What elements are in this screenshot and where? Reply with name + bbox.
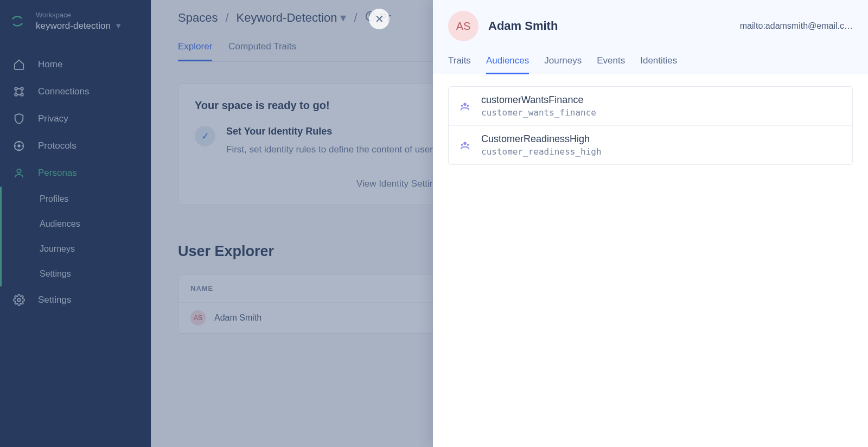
check-icon: ✓ (195, 126, 215, 146)
audience-item[interactable]: customerWantsFinance customer_wants_fina… (449, 87, 852, 126)
svg-point-3 (21, 87, 23, 90)
profile-panel-body: customerWantsFinance customer_wants_fina… (433, 74, 868, 177)
workspace-switcher[interactable]: Workspace keyword-detection ▾ (0, 7, 151, 41)
user-name: Adam Smith (214, 313, 261, 323)
profile-tab-journeys[interactable]: Journeys (544, 55, 582, 74)
profile-avatar: AS (448, 11, 478, 41)
workspace-label: Workspace (36, 11, 121, 19)
sidebar-item-label: Personas (38, 168, 77, 178)
user-avatar: AS (190, 310, 206, 325)
sidebar-item-connections[interactable]: Connections (0, 78, 151, 105)
profile-email: mailto:adamsmith@email.c… (740, 21, 853, 31)
chevron-down-icon: ▾ (340, 11, 346, 25)
breadcrumb-space-label: Keyword-Detection (237, 11, 337, 25)
audience-icon (458, 139, 471, 151)
svg-point-8 (17, 169, 21, 173)
breadcrumb-separator: / (225, 11, 228, 25)
audience-slug: customer_wants_finance (481, 107, 596, 118)
audience-slug: customer_readiness_high (481, 146, 602, 157)
connections-icon (12, 86, 26, 98)
sidebar-item-personas[interactable]: Personas (0, 159, 151, 187)
sidebar-item-home[interactable]: Home (0, 51, 151, 78)
subnav-profiles[interactable]: Profiles (2, 187, 151, 212)
breadcrumb-space-name[interactable]: Keyword-Detection ▾ (237, 11, 347, 25)
breadcrumb-spaces[interactable]: Spaces (178, 11, 218, 25)
audience-item[interactable]: CustomerReadinessHigh customer_readiness… (449, 126, 852, 164)
step-description: First, set identity rules to define the … (226, 143, 468, 157)
sidebar-item-label: Settings (38, 295, 71, 305)
profile-tab-traits[interactable]: Traits (448, 55, 471, 74)
svg-point-17 (467, 144, 469, 146)
svg-point-4 (15, 93, 17, 96)
audience-list: customerWantsFinance customer_wants_fina… (448, 86, 853, 165)
breadcrumb-separator: / (354, 11, 357, 25)
profile-tabs: Traits Audiences Journeys Events Identit… (448, 55, 853, 74)
sidebar-item-protocols[interactable]: Protocols (0, 132, 151, 159)
home-icon (12, 59, 26, 71)
sidebar-item-privacy[interactable]: Privacy (0, 105, 151, 132)
sidebar-item-label: Privacy (38, 113, 68, 124)
close-panel-button[interactable]: ✕ (369, 9, 390, 29)
personas-subnav: Profiles Audiences Journeys Settings (0, 187, 151, 286)
subnav-audiences[interactable]: Audiences (2, 212, 151, 237)
chevron-down-icon: ▾ (116, 20, 121, 31)
profile-tab-identities[interactable]: Identities (640, 55, 677, 74)
sidebar-item-label: Home (38, 59, 62, 70)
svg-point-13 (461, 105, 463, 107)
audience-title: CustomerReadinessHigh (481, 133, 602, 145)
sidebar: Workspace keyword-detection ▾ Home Conne… (0, 0, 151, 447)
sidebar-item-label: Protocols (38, 141, 76, 151)
tab-computed-traits[interactable]: Computed Traits (228, 41, 296, 61)
close-icon: ✕ (375, 12, 384, 25)
app-logo-icon (10, 14, 25, 29)
svg-point-1 (21, 23, 23, 24)
svg-point-16 (461, 144, 463, 146)
subnav-journeys[interactable]: Journeys (2, 237, 151, 261)
sidebar-item-settings[interactable]: Settings (0, 286, 151, 314)
svg-point-12 (463, 103, 467, 106)
profile-tab-events[interactable]: Events (597, 55, 625, 74)
svg-point-5 (21, 93, 23, 96)
profile-panel: AS Adam Smith mailto:adamsmith@email.c… … (433, 0, 868, 447)
audience-title: customerWantsFinance (481, 94, 596, 106)
svg-point-2 (15, 87, 17, 90)
sidebar-item-label: Connections (38, 86, 90, 97)
audience-icon (458, 100, 471, 112)
svg-point-0 (12, 18, 14, 20)
profile-tab-audiences[interactable]: Audiences (486, 55, 529, 74)
step-title: Set Your Identity Rules (226, 126, 468, 137)
workspace-name: keyword-detection (36, 21, 111, 31)
profile-name: Adam Smith (488, 19, 730, 33)
svg-point-15 (463, 142, 467, 145)
svg-point-9 (17, 298, 21, 302)
protocols-icon (12, 140, 26, 152)
subnav-settings[interactable]: Settings (2, 261, 151, 286)
svg-point-14 (467, 105, 469, 107)
svg-point-7 (18, 145, 20, 147)
profile-panel-header: AS Adam Smith mailto:adamsmith@email.c… … (433, 0, 868, 74)
tab-explorer[interactable]: Explorer (178, 41, 212, 61)
gear-icon (12, 294, 26, 306)
shield-icon (12, 113, 26, 125)
personas-icon (12, 167, 26, 179)
